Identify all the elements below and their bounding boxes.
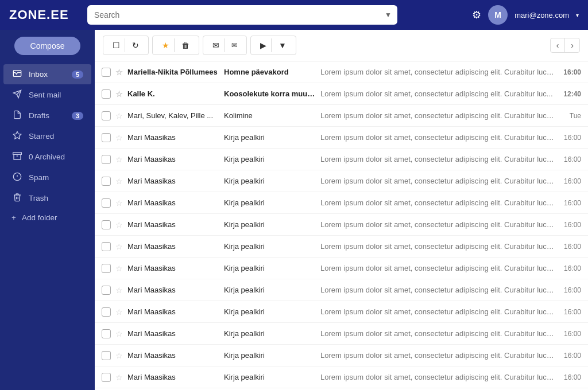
email-sender: Mari Maasikas [127, 177, 219, 185]
email-row[interactable]: ☆ Kalle K. Koosolekute korra muudatused … [95, 83, 588, 105]
email-checkbox[interactable] [102, 133, 111, 142]
email-row[interactable]: ☆ Mari Maasikas Kirja pealkiri Lorem ips… [95, 127, 588, 149]
email-row[interactable]: ☆ Mari Maasikas Kirja pealkiri Lorem ips… [95, 170, 588, 192]
email-sender: Mariella-Nikita Põllumees [127, 68, 219, 76]
star-button[interactable]: ★ [157, 38, 175, 52]
email-checkbox[interactable] [102, 242, 111, 251]
email-time: 16:00 [560, 330, 581, 338]
email-time: 16:00 [560, 243, 581, 251]
sidebar-item-starred[interactable]: Starred [3, 126, 91, 146]
email-checkbox[interactable] [102, 286, 111, 295]
star-icon [11, 131, 23, 142]
add-folder-button[interactable]: + Add folder [3, 209, 91, 227]
email-time: Tue [560, 112, 581, 120]
email-checkbox[interactable] [102, 373, 111, 382]
email-sender: Mari Maasikas [127, 198, 219, 207]
email-star-icon[interactable]: ☆ [115, 242, 123, 251]
email-preview: Lorem ipsum dolor sit amet, consectetur … [320, 264, 556, 272]
email-row[interactable]: ☆ Mari Maasikas Kirja pealkiri Lorem ips… [95, 258, 588, 279]
email-star-icon[interactable]: ☆ [115, 177, 123, 186]
email-row[interactable]: ☆ Mari Maasikas Kirja pealkiri Lorem ips… [95, 236, 588, 258]
email-star-icon[interactable]: ☆ [115, 264, 123, 273]
email-time: 12:40 [560, 90, 581, 98]
email-preview: Lorem ipsum dolor sit amet, consectetur … [320, 307, 556, 316]
email-time: 16:00 [560, 286, 581, 294]
email-star-icon[interactable]: ☆ [115, 220, 123, 229]
move-button[interactable]: ▶ [256, 38, 272, 52]
email-subject: Kirja pealkiri [224, 220, 316, 229]
compose-button[interactable]: Compose [14, 37, 81, 55]
email-subject: Kirja pealkiri [224, 242, 316, 251]
select-all-button[interactable]: ☐ [108, 38, 125, 52]
email-checkbox[interactable] [102, 68, 111, 77]
add-folder-label: Add folder [22, 213, 57, 222]
email-row[interactable]: ☆ Mari Maasikas Kirja pealkiri Lorem ips… [95, 149, 588, 170]
svg-rect-4 [13, 153, 22, 154]
sidebar-item-archived[interactable]: 0 Archived [3, 147, 91, 167]
email-star-icon[interactable]: ☆ [115, 351, 123, 360]
search-input[interactable] [87, 5, 397, 25]
email-checkbox[interactable] [102, 307, 111, 317]
email-star-icon[interactable]: ☆ [115, 68, 123, 77]
email-star-icon[interactable]: ☆ [115, 307, 123, 317]
email-star-icon[interactable]: ☆ [115, 373, 123, 382]
email-row[interactable]: ☆ Mari Maasikas Kirja pealkiri Lorem ips… [95, 301, 588, 323]
mark-read-button[interactable]: ✉ [208, 38, 225, 52]
email-row[interactable]: ☆ Mari Maasikas Kirja pealkiri Lorem ips… [95, 345, 588, 366]
sidebar-item-trash[interactable]: Trash [3, 188, 91, 208]
email-time: 16:00 [560, 373, 581, 381]
email-checkbox[interactable] [102, 111, 111, 120]
badge-drafts: 3 [72, 112, 83, 120]
sidebar-item-label-archived: 0 Archived [29, 153, 65, 161]
email-time: 16:00 [560, 264, 581, 272]
email-checkbox[interactable] [102, 329, 111, 338]
email-sender: Mari Maasikas [127, 220, 219, 229]
email-star-icon[interactable]: ☆ [115, 155, 123, 164]
email-checkbox[interactable] [102, 264, 111, 273]
email-star-icon[interactable]: ☆ [115, 198, 123, 208]
email-star-icon[interactable]: ☆ [115, 133, 123, 142]
prev-page-button[interactable]: ‹ [551, 38, 566, 52]
email-preview: Lorem ipsum dolor sit amet, consectetur … [320, 133, 556, 142]
email-star-icon[interactable]: ☆ [115, 329, 123, 338]
email-checkbox[interactable] [102, 220, 111, 229]
email-list: ☆ Mariella-Nikita Põllumees Homne päevak… [95, 61, 588, 390]
email-row[interactable]: ☆ Mari, Sulev, Kalev, Pille ... Kolimine… [95, 105, 588, 127]
email-checkbox[interactable] [102, 177, 111, 186]
email-checkbox[interactable] [102, 155, 111, 164]
next-page-button[interactable]: › [565, 38, 579, 52]
sidebar-item-spam[interactable]: Spam [3, 167, 91, 188]
email-preview: Lorem ipsum dolor sit amet, consectetur … [320, 89, 556, 98]
email-star-icon[interactable]: ☆ [115, 286, 123, 295]
refresh-button[interactable]: ↻ [127, 38, 144, 52]
email-sender: Kalle K. [127, 89, 219, 98]
pagination-buttons: ‹ › [550, 38, 580, 53]
email-star-icon[interactable]: ☆ [115, 111, 123, 120]
user-menu-chevron-icon[interactable]: ▾ [576, 12, 579, 18]
email-row[interactable]: ☆ Mari Maasikas Kirja pealkiri Lorem ips… [95, 192, 588, 214]
email-checkbox[interactable] [102, 89, 111, 99]
sidebar-item-inbox[interactable]: Inbox5 [3, 64, 91, 84]
email-time: 16:00 [560, 68, 581, 76]
settings-button[interactable]: ⚙ [472, 9, 481, 21]
more-button[interactable]: ▼ [274, 38, 291, 52]
email-row[interactable]: ☆ Mari Maasikas Kirja pealkiri Lorem ips… [95, 214, 588, 236]
email-checkbox[interactable] [102, 198, 111, 208]
email-checkbox[interactable] [102, 351, 111, 360]
mark-unread-button[interactable]: ✉︎ [227, 39, 242, 52]
email-sender: Mari Maasikas [127, 373, 219, 381]
delete-button[interactable]: 🗑 [177, 38, 194, 52]
sidebar-item-sent[interactable]: Sent mail [3, 85, 91, 105]
email-row[interactable]: ☆ Mari Maasikas Kirja pealkiri Lorem ips… [95, 279, 588, 301]
email-sender: Mari Maasikas [127, 264, 219, 272]
email-row[interactable]: ☆ Mariella-Nikita Põllumees Homne päevak… [95, 61, 588, 83]
email-sender: Mari Maasikas [127, 286, 219, 294]
sidebar-item-drafts[interactable]: Drafts3 [3, 106, 91, 126]
email-row[interactable]: ☆ Mari Maasikas Kirja pealkiri Lorem ips… [95, 366, 588, 388]
email-subject: Kirja pealkiri [224, 329, 316, 338]
email-subject: Kirja pealkiri [224, 198, 316, 207]
email-star-icon[interactable]: ☆ [115, 89, 123, 99]
email-row[interactable]: ☆ Mari Maasikas Kirja pealkiri Lorem ips… [95, 323, 588, 345]
archive-icon [11, 151, 23, 162]
email-time: 16:00 [560, 134, 581, 142]
